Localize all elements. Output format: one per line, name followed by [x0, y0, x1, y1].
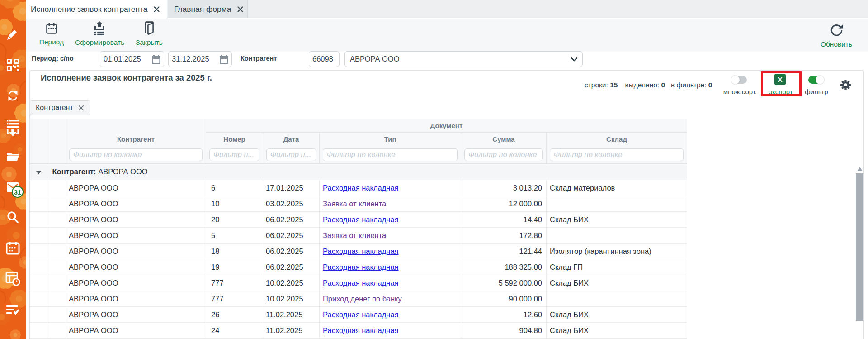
svg-text:31: 31 — [14, 189, 21, 196]
